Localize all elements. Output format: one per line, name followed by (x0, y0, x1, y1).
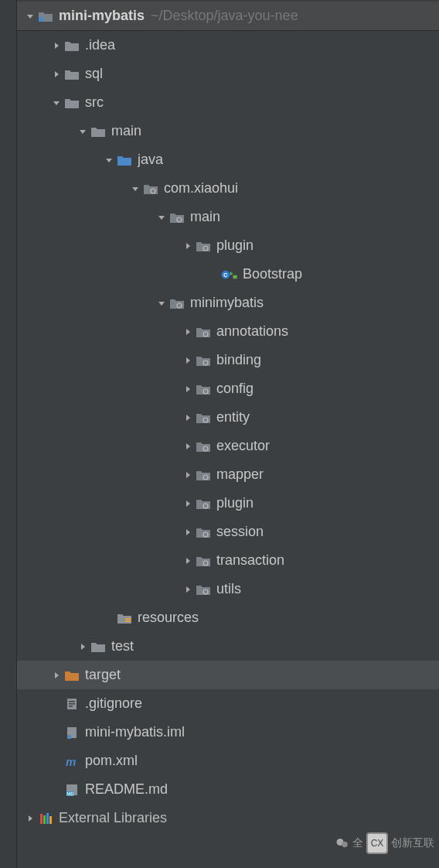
tree-row-executor[interactable]: executor (17, 432, 439, 460)
chevron-down-icon[interactable] (155, 213, 168, 222)
tree-row-utils[interactable]: utils (17, 575, 439, 603)
chevron-down-icon[interactable] (102, 155, 116, 165)
tree-row-plugin[interactable]: plugin (17, 489, 439, 518)
tree-row-session[interactable]: session (17, 518, 439, 546)
tree-row-main[interactable]: main (17, 117, 439, 145)
chevron-down-icon[interactable] (76, 127, 90, 136)
tree-row-main[interactable]: main (17, 203, 439, 231)
tree-item-label: java (138, 152, 163, 168)
svg-rect-30 (40, 814, 43, 824)
tree-item-label: test (111, 638, 134, 654)
package-icon (142, 180, 159, 197)
chevron-right-icon[interactable] (181, 556, 195, 566)
chevron-down-icon[interactable] (23, 12, 37, 21)
tree-row-target[interactable]: target (17, 661, 439, 689)
project-tree: mini-mybatis~/Desktop/java-you-nee.ideas… (17, 0, 439, 868)
chevron-down-icon[interactable] (128, 184, 142, 193)
chevron-right-icon[interactable] (181, 442, 195, 451)
chevron-down-icon[interactable] (155, 299, 168, 308)
svg-rect-33 (49, 816, 52, 824)
tree-item-label: resources (138, 610, 199, 626)
tree-row-test[interactable]: test (17, 632, 439, 661)
svg-rect-21 (69, 701, 75, 702)
watermark-prefix: 全 (352, 836, 363, 850)
source-folder-icon (116, 152, 133, 169)
package-icon (195, 466, 212, 484)
tree-item-label: executor (216, 438, 270, 454)
text-file-icon (63, 695, 80, 713)
tree-row--idea[interactable]: .idea (17, 31, 439, 60)
tree-row-mapper[interactable]: mapper (17, 460, 439, 489)
tree-item-label: README.md (85, 781, 168, 798)
svg-rect-19 (125, 620, 131, 622)
package-icon (195, 381, 212, 398)
svg-rect-6 (233, 275, 237, 279)
chevron-right-icon[interactable] (23, 814, 37, 823)
sidebar-tool-strip[interactable] (0, 0, 17, 868)
folder-icon (90, 638, 107, 655)
tree-row-com-xiaohui[interactable]: com.xiaohui (17, 174, 439, 203)
module-folder-icon (37, 8, 54, 25)
package-icon (195, 581, 212, 598)
chevron-down-icon[interactable] (49, 98, 63, 108)
chevron-right-icon[interactable] (181, 241, 195, 251)
tree-item-label: .gitignore (85, 695, 142, 712)
tree-item-label: .idea (85, 37, 115, 53)
chevron-right-icon[interactable] (181, 327, 195, 337)
tree-item-label: main (190, 209, 220, 225)
tree-row-bootstrap[interactable]: C Bootstrap (17, 260, 439, 289)
tree-row--gitignore[interactable]: .gitignore (17, 689, 439, 718)
package-icon (168, 209, 185, 226)
package-icon (195, 409, 212, 426)
folder-icon (90, 123, 107, 140)
package-icon (195, 495, 212, 512)
chevron-right-icon[interactable] (181, 413, 195, 422)
chevron-right-icon[interactable] (181, 499, 195, 508)
tree-row-java[interactable]: java (17, 145, 439, 174)
chevron-right-icon[interactable] (181, 528, 195, 537)
tree-row-config[interactable]: config (17, 374, 439, 403)
tree-item-label: com.xiaohui (164, 180, 238, 196)
watermark-text: 创新互联 (391, 836, 434, 850)
folder-icon (63, 37, 80, 54)
svg-rect-0 (39, 17, 43, 22)
tree-row-minimybatis[interactable]: minimybatis (17, 289, 439, 317)
tree-row-mini-mybatis[interactable]: mini-mybatis~/Desktop/java-you-nee (17, 2, 439, 31)
tree-item-label: entity (216, 409, 250, 425)
tree-item-label: minimybatis (190, 295, 264, 311)
chevron-right-icon[interactable] (181, 585, 195, 594)
chevron-right-icon[interactable] (181, 384, 195, 394)
chevron-right-icon[interactable] (76, 642, 90, 651)
tree-row-readme-md[interactable]: MDREADME.md (17, 775, 439, 804)
tree-row-external-libraries[interactable]: External Libraries (17, 804, 439, 832)
chevron-right-icon[interactable] (49, 41, 63, 50)
svg-rect-18 (125, 618, 131, 620)
tree-item-label: main (111, 123, 141, 139)
tree-row-plugin[interactable]: plugin (17, 231, 439, 260)
class-run-icon: C (221, 266, 238, 283)
tree-row-entity[interactable]: entity (17, 403, 439, 432)
chevron-right-icon[interactable] (49, 70, 63, 79)
tree-row-transaction[interactable]: transaction (17, 546, 439, 575)
folder-icon (63, 66, 80, 83)
external-libraries-label: External Libraries (59, 810, 167, 826)
maven-file-icon: m (63, 753, 80, 770)
tree-row-sql[interactable]: sql (17, 60, 439, 88)
tree-row-mini-mybatis-iml[interactable]: mini-mybatis.iml (17, 718, 439, 747)
watermark-badge: CX (366, 832, 388, 854)
chevron-right-icon[interactable] (49, 671, 63, 680)
tree-row-resources[interactable]: resources (17, 603, 439, 632)
tree-item-label: target (85, 667, 121, 683)
tree-item-label: mapper (216, 466, 264, 483)
chevron-right-icon[interactable] (181, 470, 195, 480)
package-icon (195, 352, 212, 369)
tree-row-binding[interactable]: binding (17, 346, 439, 374)
tree-row-src[interactable]: src (17, 88, 439, 117)
tree-row-annotations[interactable]: annotations (17, 317, 439, 346)
chevron-right-icon[interactable] (181, 356, 195, 365)
libraries-icon (37, 810, 54, 827)
tree-item-label: session (216, 524, 264, 540)
tree-item-label: config (216, 381, 254, 397)
tree-row-pom-xml[interactable]: mpom.xml (17, 747, 439, 775)
tree-item-label: binding (216, 352, 261, 368)
